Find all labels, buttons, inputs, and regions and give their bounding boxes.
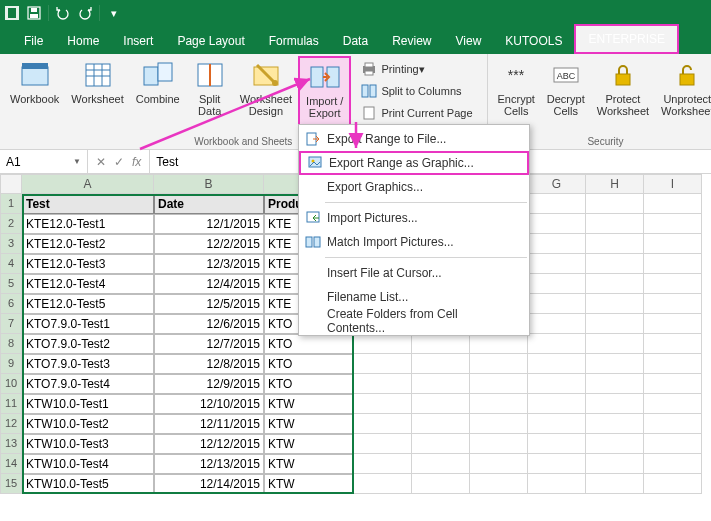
encrypt-cells-button[interactable]: *** Encrypt Cells <box>492 56 541 134</box>
combine-button[interactable]: Combine <box>130 56 186 134</box>
print-current-page-button[interactable]: Print Current Page <box>355 102 478 124</box>
cell[interactable] <box>644 454 702 474</box>
cell[interactable] <box>528 314 586 334</box>
select-all-corner[interactable] <box>0 174 22 194</box>
cell[interactable]: KTW <box>264 394 354 414</box>
save-icon[interactable] <box>26 5 42 21</box>
import-export-button[interactable]: Import / Export <box>298 56 351 134</box>
menu-create-folders[interactable]: Create Folders from Cell Contents... <box>299 309 529 333</box>
col-header-H[interactable]: H <box>586 174 644 194</box>
cell[interactable]: Test <box>22 194 154 214</box>
tab-data[interactable]: Data <box>331 28 380 54</box>
row-header[interactable]: 10 <box>0 374 22 394</box>
cell[interactable]: KTW <box>264 434 354 454</box>
cell[interactable] <box>528 274 586 294</box>
chevron-down-icon[interactable]: ▼ <box>73 157 81 166</box>
cell[interactable] <box>412 414 470 434</box>
cell[interactable] <box>470 434 528 454</box>
worksheet-design-button[interactable]: Worksheet Design <box>234 56 298 134</box>
cell[interactable] <box>586 274 644 294</box>
cell[interactable] <box>354 374 412 394</box>
cell[interactable]: KTW10.0-Test1 <box>22 394 154 414</box>
cell[interactable] <box>528 214 586 234</box>
cell[interactable]: 12/14/2015 <box>154 474 264 494</box>
cell[interactable] <box>528 394 586 414</box>
row-header[interactable]: 3 <box>0 234 22 254</box>
row-header[interactable]: 15 <box>0 474 22 494</box>
cell[interactable]: 12/2/2015 <box>154 234 264 254</box>
cell[interactable] <box>586 374 644 394</box>
cell[interactable] <box>412 394 470 414</box>
cell[interactable] <box>470 394 528 414</box>
cell[interactable] <box>528 474 586 494</box>
menu-export-range-graphic[interactable]: Export Range as Graphic... <box>299 151 529 175</box>
decrypt-cells-button[interactable]: ABC Decrypt Cells <box>541 56 591 134</box>
cell[interactable] <box>528 294 586 314</box>
cell[interactable] <box>644 234 702 254</box>
cell[interactable] <box>644 434 702 454</box>
row-header[interactable]: 1 <box>0 194 22 214</box>
cell[interactable] <box>470 334 528 354</box>
cell[interactable]: KTE12.0-Test2 <box>22 234 154 254</box>
cell[interactable]: KTW10.0-Test3 <box>22 434 154 454</box>
menu-insert-file-cursor[interactable]: Insert File at Cursor... <box>299 261 529 285</box>
cell[interactable] <box>586 294 644 314</box>
cell[interactable]: KTO <box>264 354 354 374</box>
cell[interactable]: KTO <box>264 334 354 354</box>
cell[interactable] <box>586 234 644 254</box>
cell[interactable] <box>470 354 528 374</box>
workbook-button[interactable]: Workbook <box>4 56 65 134</box>
cell[interactable] <box>644 354 702 374</box>
cell[interactable] <box>470 414 528 434</box>
cell[interactable] <box>412 474 470 494</box>
menu-export-range-file[interactable]: Export Range to File... <box>299 127 529 151</box>
row-header[interactable]: 4 <box>0 254 22 274</box>
cell[interactable] <box>354 434 412 454</box>
tab-formulas[interactable]: Formulas <box>257 28 331 54</box>
cell[interactable] <box>644 194 702 214</box>
printing-button[interactable]: Printing ▾ <box>355 58 478 80</box>
cell[interactable] <box>644 474 702 494</box>
cell[interactable] <box>528 234 586 254</box>
cell[interactable] <box>586 314 644 334</box>
cell[interactable] <box>354 334 412 354</box>
cancel-formula-icon[interactable]: ✕ <box>96 155 106 169</box>
cell[interactable] <box>528 454 586 474</box>
cell[interactable]: KTO7.9.0-Test3 <box>22 354 154 374</box>
cell[interactable] <box>644 314 702 334</box>
cell[interactable] <box>586 414 644 434</box>
cell[interactable] <box>586 214 644 234</box>
cell[interactable]: KTE12.0-Test5 <box>22 294 154 314</box>
row-header[interactable]: 8 <box>0 334 22 354</box>
fx-icon[interactable]: fx <box>132 155 141 169</box>
redo-icon[interactable] <box>77 5 93 21</box>
tab-review[interactable]: Review <box>380 28 443 54</box>
cell[interactable] <box>644 274 702 294</box>
cell[interactable]: KTO7.9.0-Test1 <box>22 314 154 334</box>
menu-import-pictures[interactable]: Import Pictures... <box>299 206 529 230</box>
row-header[interactable]: 9 <box>0 354 22 374</box>
enter-formula-icon[interactable]: ✓ <box>114 155 124 169</box>
cell[interactable]: 12/9/2015 <box>154 374 264 394</box>
cell[interactable] <box>586 474 644 494</box>
cell[interactable]: KTW10.0-Test2 <box>22 414 154 434</box>
tab-home[interactable]: Home <box>55 28 111 54</box>
cell[interactable] <box>412 454 470 474</box>
cell[interactable]: KTW10.0-Test4 <box>22 454 154 474</box>
cell[interactable]: KTO7.9.0-Test2 <box>22 334 154 354</box>
qat-customize-icon[interactable]: ▾ <box>106 5 122 21</box>
cell[interactable] <box>412 434 470 454</box>
cell[interactable] <box>470 454 528 474</box>
cell[interactable] <box>412 334 470 354</box>
cell[interactable]: KTE12.0-Test1 <box>22 214 154 234</box>
cell[interactable] <box>644 414 702 434</box>
tab-file[interactable]: File <box>12 28 55 54</box>
row-header[interactable]: 6 <box>0 294 22 314</box>
col-header-G[interactable]: G <box>528 174 586 194</box>
cell[interactable]: KTW10.0-Test5 <box>22 474 154 494</box>
tab-enterprise[interactable]: ENTERPRISE <box>574 24 679 54</box>
cell[interactable] <box>528 434 586 454</box>
cell[interactable] <box>470 474 528 494</box>
cell[interactable]: 12/13/2015 <box>154 454 264 474</box>
cell[interactable]: 12/10/2015 <box>154 394 264 414</box>
